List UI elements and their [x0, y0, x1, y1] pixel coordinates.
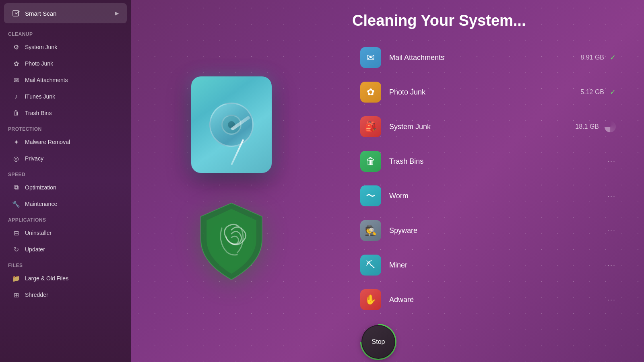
- sidebar-item-mail-attachments[interactable]: ✉ Mail Attachments: [4, 72, 127, 88]
- sidebar-item-label-updater: Updater: [25, 246, 45, 253]
- sidebar-section-cleanup: Cleanup: [0, 27, 131, 39]
- check-icon-mail-attachments: ✓: [610, 53, 616, 62]
- dots-adware: ···: [607, 296, 616, 304]
- scan-item-name-miner: Miner: [389, 261, 607, 269]
- scan-item-icon-photo-junk: ✿: [360, 82, 381, 103]
- sidebar-item-privacy[interactable]: ◎ Privacy: [4, 150, 127, 167]
- scan-item-name-system-junk: System Junk: [389, 123, 575, 131]
- right-panel: Cleaning Your System... ✉ Mail Attachmen…: [332, 0, 644, 362]
- dots-miner: ···: [607, 261, 616, 269]
- sidebar-section-protection: Protection: [0, 121, 131, 134]
- scan-item-name-worm: Worm: [389, 192, 607, 200]
- trash-bins-icon: 🗑: [12, 109, 20, 117]
- sidebar-item-shredder[interactable]: ⊞ Shredder: [4, 287, 127, 303]
- sidebar-item-optimization[interactable]: ⧉ Optimization: [4, 179, 127, 195]
- sidebar-item-label-shredder: Shredder: [25, 292, 48, 298]
- malware-removal-icon: ✦: [12, 138, 20, 146]
- photo-junk-icon: ✿: [12, 60, 20, 68]
- sidebar-item-system-junk[interactable]: ⚙ System Junk: [4, 39, 127, 55]
- scan-item-spyware: 🕵 Spyware ···: [352, 214, 624, 247]
- scan-item-adware: ✋ Adware ···: [352, 284, 624, 316]
- sidebar-item-label-privacy: Privacy: [25, 155, 43, 162]
- sidebar-item-updater[interactable]: ↻ Updater: [4, 241, 127, 257]
- stop-button-container: Stop: [352, 324, 624, 360]
- sidebar-item-smart-scan[interactable]: Smart Scan ▶: [4, 3, 127, 23]
- sidebar-item-label-system-junk: System Junk: [25, 44, 57, 50]
- shield-svg: [193, 199, 270, 284]
- scan-item-name-photo-junk: Photo Junk: [389, 88, 580, 97]
- smart-scan-arrow: ▶: [115, 10, 119, 16]
- scan-item-size-system-junk: 18.1 GB: [575, 123, 599, 130]
- scan-item-worm: 〜 Worm ···: [352, 180, 624, 212]
- uninstaller-icon: ⊟: [12, 229, 20, 237]
- scan-item-name-mail-attachments: Mail Attachments: [389, 53, 580, 62]
- scan-item-icon-miner: ⛏: [360, 255, 381, 276]
- scan-item-miner: ⛏ Miner ···: [352, 249, 624, 281]
- large-old-files-icon: 📁: [12, 274, 20, 282]
- page-title: Cleaning Your System...: [352, 12, 624, 29]
- scan-item-system-junk: 🎒 System Junk 18.1 GB: [352, 111, 624, 143]
- scan-item-icon-system-junk: 🎒: [360, 116, 381, 137]
- sidebar-item-photo-junk[interactable]: ✿ Photo Junk: [4, 56, 127, 72]
- privacy-icon: ◎: [12, 154, 20, 162]
- sidebar-item-label-maintenance: Maintenance: [25, 201, 57, 207]
- sidebar-item-label-trash-bins: Trash Bins: [25, 110, 52, 116]
- itunes-junk-icon: ♪: [12, 93, 20, 101]
- stop-button-outer: Stop: [360, 324, 396, 360]
- shield-illustration: [191, 197, 272, 286]
- scan-item-icon-adware: ✋: [360, 289, 381, 310]
- scan-item-icon-mail-attachments: ✉: [360, 47, 381, 68]
- sidebar: Smart Scan ▶ Cleanup ⚙ System Junk ✿ Pho…: [0, 0, 131, 362]
- scan-item-name-spyware: Spyware: [389, 226, 607, 235]
- scan-item-photo-junk: ✿ Photo Junk 5.12 GB ✓: [352, 76, 624, 108]
- sidebar-item-label-itunes-junk: iTunes Junk: [25, 93, 55, 100]
- hdd-platter: [209, 103, 254, 147]
- dots-trash-bins: ···: [607, 157, 616, 166]
- scan-item-icon-spyware: 🕵: [360, 220, 381, 241]
- scan-item-name-adware: Adware: [389, 296, 607, 304]
- scan-item-icon-trash-bins: 🗑: [360, 151, 381, 172]
- sidebar-item-trash-bins[interactable]: 🗑 Trash Bins: [4, 105, 127, 121]
- system-junk-icon: ⚙: [12, 43, 20, 51]
- sidebar-item-label-mail-attachments: Mail Attachments: [25, 77, 68, 83]
- app-container: Smart Scan ▶ Cleanup ⚙ System Junk ✿ Pho…: [0, 0, 644, 362]
- sidebar-section-speed: Speed: [0, 167, 131, 179]
- sidebar-item-itunes-junk[interactable]: ♪ iTunes Junk: [4, 88, 127, 105]
- sidebar-item-label-optimization: Optimization: [25, 184, 56, 191]
- sidebar-section-applications: Applications: [0, 212, 131, 224]
- scan-item-size-mail-attachments: 8.91 GB: [580, 54, 604, 61]
- sidebar-item-label-uninstaller: Uninstaller: [25, 230, 52, 236]
- main-content: Cleaning Your System... ✉ Mail Attachmen…: [131, 0, 644, 362]
- scan-item-trash-bins: 🗑 Trash Bins ···: [352, 145, 624, 177]
- maintenance-icon: 🔧: [12, 200, 20, 208]
- smart-scan-label: Smart Scan: [25, 10, 115, 17]
- stop-button[interactable]: Stop: [362, 326, 394, 358]
- dots-worm: ···: [607, 192, 616, 200]
- check-icon-photo-junk: ✓: [610, 88, 616, 97]
- scan-item-size-photo-junk: 5.12 GB: [580, 88, 604, 96]
- dots-spyware: ···: [607, 226, 616, 235]
- mail-attachments-icon: ✉: [12, 76, 20, 84]
- smart-scan-icon: [12, 9, 21, 18]
- center-area: [131, 0, 332, 362]
- sidebar-section-files: Files: [0, 258, 131, 270]
- shredder-icon: ⊞: [12, 291, 20, 299]
- optimization-icon: ⧉: [12, 183, 20, 191]
- scan-item-name-trash-bins: Trash Bins: [389, 157, 607, 166]
- sidebar-item-label-photo-junk: Photo Junk: [25, 60, 53, 67]
- scan-item-icon-worm: 〜: [360, 185, 381, 206]
- spinner-system-junk: [605, 121, 616, 132]
- sidebar-item-malware-removal[interactable]: ✦ Malware Removal: [4, 134, 127, 150]
- hdd-illustration: [191, 76, 272, 173]
- scan-items-list: ✉ Mail Attachments 8.91 GB ✓ ✿ Photo Jun…: [352, 41, 624, 316]
- sidebar-item-large-old-files[interactable]: 📁 Large & Old Files: [4, 270, 127, 286]
- sidebar-item-maintenance[interactable]: 🔧 Maintenance: [4, 196, 127, 212]
- scan-item-mail-attachments: ✉ Mail Attachments 8.91 GB ✓: [352, 41, 624, 74]
- sidebar-item-label-large-old-files: Large & Old Files: [25, 275, 68, 282]
- sidebar-sections: Cleanup ⚙ System Junk ✿ Photo Junk ✉ Mai…: [0, 27, 131, 303]
- updater-icon: ↻: [12, 245, 20, 253]
- sidebar-item-uninstaller[interactable]: ⊟ Uninstaller: [4, 225, 127, 241]
- sidebar-item-label-malware-removal: Malware Removal: [25, 139, 70, 145]
